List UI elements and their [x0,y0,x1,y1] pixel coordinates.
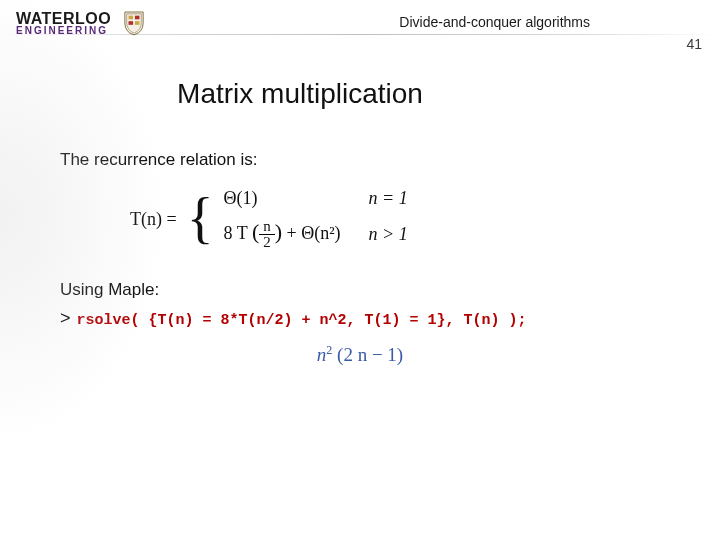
slide-title: Matrix multiplication [0,78,720,110]
brace-icon: { [187,202,214,236]
header-rule [0,34,720,35]
recurrence-equation: T(n) = { Θ(1) n = 1 8 T ( n 2 ) + Θ(n²) … [130,188,660,250]
crest-icon [123,10,145,36]
case2-prefix: 8 T [224,223,248,243]
maple-out-base: n [317,345,327,366]
maple-out-rest: (2 n − 1) [332,345,403,366]
logo-wordmark: WATERLOO ENGINEERING [16,11,111,36]
slide-header: WATERLOO ENGINEERING Divide-and-conquer … [0,0,720,40]
case2-expr: 8 T ( n 2 ) + Θ(n²) [224,219,341,250]
maple-prompt: > [60,308,71,328]
maple-output: n2 (2 n − 1) [60,343,660,366]
frac-den: 2 [259,235,275,250]
svg-rect-1 [135,16,140,20]
using-maple-text: Using Maple: [60,280,660,300]
maple-input-line: >rsolve( {T(n) = 8*T(n/2) + n^2, T(1) = … [60,308,660,329]
case1-expr: Θ(1) [224,188,341,209]
recurrence-cases: Θ(1) n = 1 8 T ( n 2 ) + Θ(n²) n > 1 [224,188,408,250]
recurrence-lhs: T(n) = [130,209,177,230]
slide-body: The recurrence relation is: T(n) = { Θ(1… [0,110,720,367]
case2-suffix: + Θ(n²) [287,223,341,243]
case2-fraction: n 2 [259,219,275,250]
frac-num: n [259,219,275,235]
svg-rect-2 [129,21,134,25]
maple-input-code: rsolve( {T(n) = 8*T(n/2) + n^2, T(1) = 1… [77,312,527,329]
intro-text: The recurrence relation is: [60,150,660,170]
svg-rect-3 [135,21,140,25]
case2-cond: n > 1 [369,224,408,245]
svg-rect-0 [129,16,134,20]
page-number: 41 [686,36,702,52]
case1-cond: n = 1 [369,188,408,209]
logo-line-1: WATERLOO [16,11,111,26]
topic-title: Divide-and-conquer algorithms [399,14,590,30]
